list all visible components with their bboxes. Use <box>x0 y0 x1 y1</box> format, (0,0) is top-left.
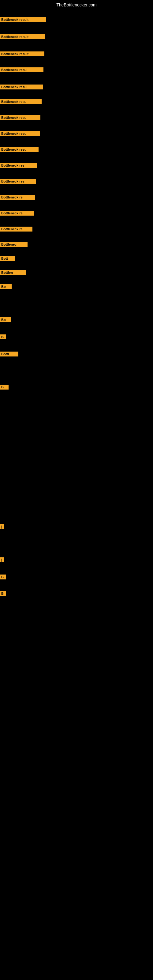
bottleneck-badge: Bottleneck result <box>0 51 45 56</box>
bottleneck-badge: Bottleneck res <box>0 163 37 168</box>
bottleneck-badge: Bottleneck re <box>0 195 35 200</box>
bottleneck-badge: Bottlen <box>0 270 26 275</box>
bottleneck-badge: B <box>0 591 6 596</box>
bottleneck-badge: Bottleneck res <box>0 179 36 184</box>
bottleneck-badge: Bottleneck resul <box>0 84 43 89</box>
bottleneck-badge: Bo <box>0 284 12 289</box>
bottleneck-badge: Bottleneck resul <box>0 67 43 72</box>
bottleneck-badge: Bottlenec <box>0 242 27 247</box>
bottleneck-badge: Bottleneck re <box>0 211 33 216</box>
bottleneck-badge: B <box>0 574 6 579</box>
bottleneck-badge: | <box>0 524 4 529</box>
bottleneck-badge: Bottleneck resu <box>0 99 41 104</box>
bottleneck-badge: Bottleneck result <box>0 17 46 22</box>
bottleneck-badge: Bottl <box>0 352 18 356</box>
bottleneck-badge: Bottleneck re <box>0 227 32 232</box>
bottleneck-badge: Bottleneck result <box>0 34 45 39</box>
bottleneck-badge: Bott <box>0 256 15 261</box>
bottleneck-badge: Bottleneck resu <box>0 131 40 136</box>
bottleneck-badge: B <box>0 334 6 339</box>
site-title: TheBottlenecker.com <box>56 2 97 7</box>
bottleneck-badge: | <box>0 557 4 562</box>
bottleneck-badge: Bottleneck resu <box>0 147 38 152</box>
bottleneck-badge: Bottleneck resu <box>0 115 40 120</box>
bottleneck-badge: B <box>0 385 9 390</box>
bottleneck-badge: Bo <box>0 317 11 322</box>
